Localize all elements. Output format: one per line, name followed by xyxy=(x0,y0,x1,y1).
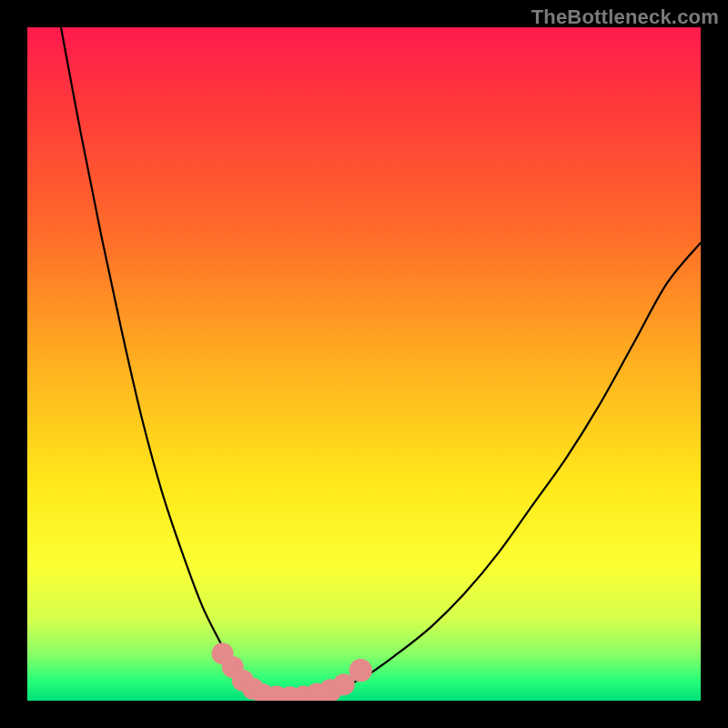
bottleneck-curve xyxy=(27,27,701,701)
plot-area xyxy=(27,27,701,701)
v-curve-path xyxy=(61,27,701,698)
chart-frame: TheBottleneck.com xyxy=(0,0,728,728)
watermark-text: TheBottleneck.com xyxy=(531,5,719,29)
data-marker xyxy=(349,659,372,682)
